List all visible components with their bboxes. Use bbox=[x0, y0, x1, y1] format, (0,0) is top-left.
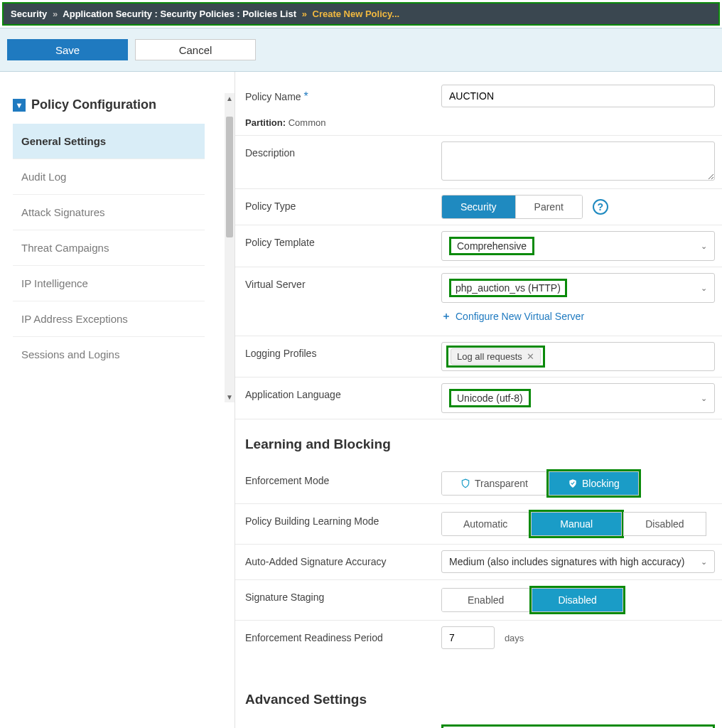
shield-outline-icon bbox=[460, 478, 470, 488]
policy-name-label: Policy Name bbox=[245, 91, 301, 102]
chevron-down-icon: ⌄ bbox=[701, 394, 707, 403]
breadcrumb-sep-icon: » bbox=[53, 9, 58, 19]
advanced-section-title: Advanced Settings bbox=[235, 656, 722, 719]
readiness-unit: days bbox=[505, 633, 524, 643]
sig-accuracy-label: Auto-Added Signature Accuracy bbox=[235, 545, 434, 579]
policy-type-label: Policy Type bbox=[235, 189, 434, 225]
chevron-down-icon: ⌄ bbox=[701, 284, 707, 293]
breadcrumb: Security » Application Security : Securi… bbox=[2, 2, 720, 26]
sidebar-item-audit-log[interactable]: Audit Log bbox=[13, 159, 205, 194]
sig-staging-label: Signature Staging bbox=[235, 580, 434, 620]
logging-profile-tag: Log all requests ✕ bbox=[451, 348, 541, 365]
plus-icon: ＋ bbox=[441, 310, 451, 323]
app-language-label: Application Language bbox=[235, 378, 434, 419]
description-input[interactable] bbox=[441, 141, 715, 181]
enforcement-blocking[interactable]: Blocking bbox=[549, 472, 638, 495]
enforcement-mode-label: Enforcement Mode bbox=[235, 464, 434, 503]
cancel-button[interactable]: Cancel bbox=[135, 39, 256, 60]
learning-manual[interactable]: Manual bbox=[532, 513, 621, 535]
policy-type-toggle: Security Parent bbox=[441, 195, 583, 219]
learning-automatic[interactable]: Automatic bbox=[442, 513, 529, 535]
sidebar: ▼ Policy Configuration General SettingsA… bbox=[0, 72, 235, 728]
readiness-label: Enforcement Readiness Period bbox=[235, 621, 434, 656]
scroll-thumb[interactable] bbox=[226, 117, 233, 237]
enforcement-mode-toggle: Transparent bbox=[441, 471, 547, 496]
sig-staging-toggle: Enabled bbox=[441, 588, 530, 612]
policy-type-parent[interactable]: Parent bbox=[515, 196, 582, 218]
staging-enabled[interactable]: Enabled bbox=[442, 589, 529, 611]
required-icon: * bbox=[303, 90, 308, 102]
sidebar-item-attack-signatures[interactable]: Attack Signatures bbox=[13, 194, 205, 230]
learning-mode-label: Policy Building Learning Mode bbox=[235, 504, 434, 544]
scroll-up-icon[interactable]: ▲ bbox=[225, 93, 235, 104]
sidebar-section-header[interactable]: ▼ Policy Configuration bbox=[13, 93, 205, 124]
scroll-down-icon[interactable]: ▼ bbox=[225, 392, 235, 402]
configure-vs-link[interactable]: ＋ Configure New Virtual Server bbox=[441, 310, 584, 323]
policy-template-label: Policy Template bbox=[235, 225, 434, 267]
logging-profiles-input[interactable]: Log all requests ✕ bbox=[441, 342, 715, 371]
learning-disabled[interactable]: Disabled bbox=[624, 513, 705, 535]
breadcrumb-root[interactable]: Security bbox=[11, 9, 47, 19]
enforcement-transparent[interactable]: Transparent bbox=[442, 472, 546, 495]
learning-section-title: Learning and Blocking bbox=[235, 419, 722, 464]
app-language-select[interactable]: Unicode (utf-8) ⌄ bbox=[441, 383, 715, 413]
action-bar: Save Cancel bbox=[0, 28, 722, 72]
scrollbar[interactable]: ▲ ▼ bbox=[225, 93, 235, 402]
logging-profiles-label: Logging Profiles bbox=[235, 336, 434, 377]
chevron-down-icon: ⌄ bbox=[701, 242, 707, 251]
shield-check-icon bbox=[568, 478, 578, 488]
sig-accuracy-select[interactable]: Medium (also includes signatures with hi… bbox=[441, 550, 715, 573]
readiness-input[interactable] bbox=[441, 626, 495, 649]
content-pane: Policy Name * Partition: Common Descript… bbox=[235, 72, 722, 728]
virtual-server-select[interactable]: php_auction_vs (HTTP) ⌄ bbox=[441, 273, 715, 303]
sidebar-item-threat-campaigns[interactable]: Threat Campaigns bbox=[13, 230, 205, 265]
sidebar-title: Policy Configuration bbox=[31, 97, 156, 112]
sidebar-item-general-settings[interactable]: General Settings bbox=[13, 124, 205, 159]
help-icon[interactable]: ? bbox=[593, 199, 608, 215]
policy-type-security[interactable]: Security bbox=[442, 196, 515, 218]
collapse-icon[interactable]: ▼ bbox=[13, 99, 26, 112]
sidebar-item-ip-intelligence[interactable]: IP Intelligence bbox=[13, 265, 205, 301]
chevron-down-icon: ⌄ bbox=[701, 557, 707, 567]
policy-template-select[interactable]: Comprehensive ⌄ bbox=[441, 231, 715, 261]
policy-name-input[interactable] bbox=[441, 85, 715, 107]
breadcrumb-current: Create New Policy... bbox=[313, 9, 400, 19]
sidebar-item-ip-address-exceptions[interactable]: IP Address Exceptions bbox=[13, 301, 205, 336]
sidebar-item-sessions-and-logins[interactable]: Sessions and Logins bbox=[13, 336, 205, 372]
save-button[interactable]: Save bbox=[7, 39, 128, 60]
description-label: Description bbox=[235, 136, 434, 188]
staging-disabled[interactable]: Disabled bbox=[532, 589, 622, 611]
breadcrumb-sep-icon: » bbox=[302, 9, 307, 19]
breadcrumb-path[interactable]: Application Security : Security Policies… bbox=[63, 9, 296, 19]
server-tech-label: Server Technologies bbox=[235, 719, 434, 728]
learning-mode-toggle: Automatic bbox=[441, 512, 529, 536]
virtual-server-label: Virtual Server bbox=[235, 267, 434, 336]
remove-tag-icon[interactable]: ✕ bbox=[527, 351, 534, 362]
